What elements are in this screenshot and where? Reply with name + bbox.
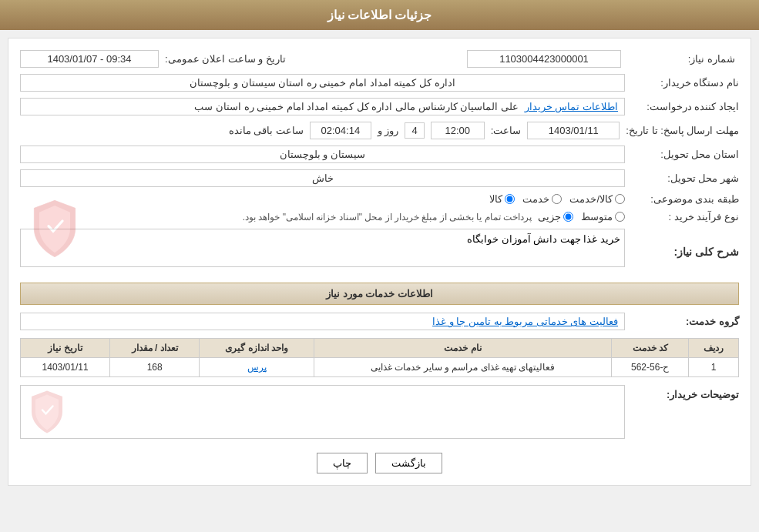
radio-motavasset[interactable] xyxy=(615,212,625,222)
city-value: خاش xyxy=(20,169,625,187)
buyer-desc-area xyxy=(20,385,625,441)
buyer-desc-textarea[interactable] xyxy=(20,385,625,439)
process-radio-group: متوسط جزیی xyxy=(538,211,625,223)
service-group-row: گروه خدمت: فعالیت های خدماتی مربوط به تا… xyxy=(20,313,739,330)
deadline-time: 12:00 xyxy=(431,122,485,139)
cell-row-num: 1 xyxy=(689,358,739,377)
time-label: ساعت: xyxy=(491,125,522,136)
province-label: استان محل تحویل: xyxy=(631,149,739,160)
category-radio-group: کالا/خدمت خدمت کالا xyxy=(489,193,625,205)
service-group-text[interactable]: فعالیت های خدماتی مربوط به تامین جا و غذ… xyxy=(432,316,618,327)
buyer-org-label: نام دستگاه خریدار: xyxy=(631,77,739,89)
need-number-label: شماره نیاز: xyxy=(627,53,735,65)
description-textarea[interactable]: خرید غذا جهت دانش آموزان خوابگاه xyxy=(20,229,625,267)
creator-value-box: اطلاعات تماس خریدار علی الماسیان کارشناس… xyxy=(20,98,625,115)
cell-quantity: 168 xyxy=(110,358,200,377)
service-group-label: گروه خدمت: xyxy=(631,316,739,327)
day-label: روز و xyxy=(378,125,399,136)
category-option-kala-khedmat[interactable]: کالا/خدمت xyxy=(569,193,625,205)
cell-name: فعالیتهای تهیه غذای مراسم و سایر خدمات غ… xyxy=(314,358,611,377)
col-header-name: نام خدمت xyxy=(314,339,611,358)
table-body: 1 ح-56-562 فعالیتهای تهیه غذای مراسم و س… xyxy=(21,358,739,377)
category-label: طبقه بندی موضوعی: xyxy=(631,193,739,205)
creator-value: علی الماسیان کارشناس مالی اداره کل کمیته… xyxy=(194,101,518,112)
process-label: نوع فرآیند خرید : xyxy=(631,211,739,223)
print-button[interactable]: چاپ xyxy=(317,453,368,473)
button-row: بازگشت چاپ xyxy=(20,453,739,473)
province-value: سیستان و بلوچستان xyxy=(20,146,625,163)
service-group-value: فعالیت های خدماتی مربوط به تامین جا و غذ… xyxy=(20,313,625,330)
cell-date: 1403/01/11 xyxy=(21,358,110,377)
table-header: ردیف کد خدمت نام خدمت واحد اندازه گیری ت… xyxy=(21,339,739,358)
process-option-motavasset[interactable]: متوسط xyxy=(581,211,625,223)
table-row: 1 ح-56-562 فعالیتهای تهیه غذای مراسم و س… xyxy=(21,358,739,377)
shield-watermark-icon-2 xyxy=(24,389,70,435)
page-title: جزئیات اطلاعات نیاز xyxy=(327,8,432,22)
city-label: شهر محل تحویل: xyxy=(631,172,739,184)
process-note: پرداخت تمام یا بخشی از مبلغ خریدار از مح… xyxy=(243,212,532,223)
cell-unit[interactable]: پرس xyxy=(200,358,314,377)
buyer-org-value: اداره کل کمیته امداد امام خمینی ره استان… xyxy=(20,74,625,92)
announce-value: 1403/01/07 - 09:34 xyxy=(20,50,159,68)
deadline-label: مهلت ارسال پاسخ: تا تاریخ: xyxy=(626,125,739,136)
day-value: 4 xyxy=(405,122,424,139)
process-row: نوع فرآیند خرید : متوسط جزیی پرداخت تمام… xyxy=(20,211,739,223)
col-header-row: ردیف xyxy=(689,339,739,358)
remaining-label: ساعت باقی مانده xyxy=(229,125,304,136)
description-area: خرید غذا جهت دانش آموزان خوابگاه xyxy=(20,229,625,275)
category-label-khedmat: خدمت xyxy=(522,193,549,205)
category-label-kala-khedmat: کالا/خدمت xyxy=(569,193,613,205)
remaining-value: 02:04:14 xyxy=(310,122,371,139)
city-row: شهر محل تحویل: خاش xyxy=(20,169,739,187)
col-header-unit: واحد اندازه گیری xyxy=(200,339,314,358)
radio-kala-khedmat[interactable] xyxy=(615,194,625,204)
category-option-khedmat[interactable]: خدمت xyxy=(522,193,562,205)
back-button[interactable]: بازگشت xyxy=(375,453,442,473)
category-label-kala: کالا xyxy=(489,193,502,205)
cell-code: ح-56-562 xyxy=(612,358,689,377)
creator-link[interactable]: اطلاعات تماس خریدار xyxy=(525,101,618,112)
category-row: طبقه بندی موضوعی: کالا/خدمت خدمت کالا xyxy=(20,193,739,205)
need-number-row: شماره نیاز: 1103004423000001 تاریخ و ساع… xyxy=(20,50,739,68)
buyer-desc-row: توضیحات خریدار: xyxy=(20,385,739,441)
services-table-section: ردیف کد خدمت نام خدمت واحد اندازه گیری ت… xyxy=(20,338,739,377)
buyer-desc-label: توضیحات خریدار: xyxy=(631,389,739,400)
col-header-code: کد خدمت xyxy=(612,339,689,358)
shield-watermark-icon xyxy=(24,198,86,259)
province-row: استان محل تحویل: سیستان و بلوچستان xyxy=(20,146,739,163)
description-label: شرح کلی نیاز: xyxy=(631,246,739,258)
page-wrapper: جزئیات اطلاعات نیاز شماره نیاز: 11030044… xyxy=(0,0,759,532)
process-label-motavasset: متوسط xyxy=(581,211,613,223)
announce-label: تاریخ و ساعت اعلان عمومی: xyxy=(165,53,286,65)
services-section-header: اطلاعات خدمات مورد نیاز xyxy=(20,283,739,305)
deadline-date: 1403/01/11 xyxy=(527,122,620,139)
description-row: شرح کلی نیاز: خرید غذا جهت دانش آموزان خ… xyxy=(20,229,739,275)
page-header: جزئیات اطلاعات نیاز xyxy=(0,0,759,30)
deadline-row: مهلت ارسال پاسخ: تا تاریخ: 1403/01/11 سا… xyxy=(20,122,739,139)
services-section-label: اطلاعات خدمات مورد نیاز xyxy=(326,288,433,299)
process-option-jozei[interactable]: جزیی xyxy=(538,211,573,223)
need-number-value: 1103004423000001 xyxy=(467,50,621,68)
creator-label: ایجاد کننده درخواست: xyxy=(631,101,739,112)
main-content: شماره نیاز: 1103004423000001 تاریخ و ساع… xyxy=(8,38,751,486)
process-label-jozei: جزیی xyxy=(538,211,561,223)
radio-jozei[interactable] xyxy=(563,212,573,222)
buyer-org-row: نام دستگاه خریدار: اداره کل کمیته امداد … xyxy=(20,74,739,92)
services-table: ردیف کد خدمت نام خدمت واحد اندازه گیری ت… xyxy=(20,338,739,377)
radio-kala[interactable] xyxy=(505,194,515,204)
col-header-date: تاریخ نیاز xyxy=(21,339,110,358)
col-header-qty: تعداد / مقدار xyxy=(110,339,200,358)
category-option-kala[interactable]: کالا xyxy=(489,193,515,205)
radio-khedmat[interactable] xyxy=(552,194,562,204)
creator-row: ایجاد کننده درخواست: اطلاعات تماس خریدار… xyxy=(20,98,739,115)
